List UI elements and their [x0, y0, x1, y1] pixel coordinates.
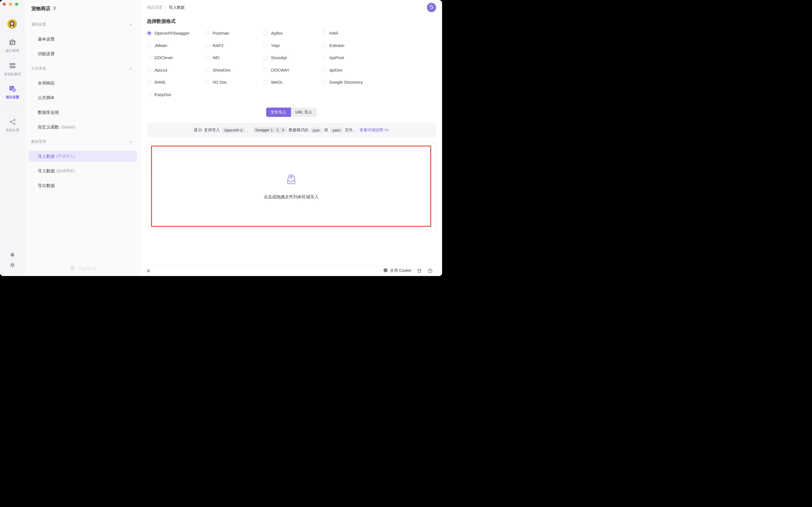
radio-icon [147, 55, 151, 60]
format-option-yapi[interactable]: YApi [263, 40, 322, 52]
format-label: NEI [213, 55, 220, 60]
format-option-easydoc[interactable]: EasyDoc [147, 89, 205, 101]
radio-icon [322, 68, 326, 72]
sync-refresh-button[interactable] [427, 3, 436, 12]
chevron-up-icon [129, 22, 132, 27]
format-option-eolinker[interactable]: Eolinker [322, 40, 436, 52]
sidebar-item-basic-settings[interactable]: 基本设置 [25, 32, 141, 47]
breadcrumb-separator: / [165, 5, 166, 10]
notifications-bell-button[interactable] [9, 252, 15, 260]
view-details-link[interactable]: 查看详细说明 >> [359, 128, 389, 133]
upload-inbox-icon [285, 173, 298, 187]
sidebar-item-feature-settings[interactable]: 功能设置 [25, 47, 141, 61]
tab-url-import[interactable]: URL 导入 [291, 108, 317, 117]
format-option-apipost[interactable]: ApiPost [322, 52, 436, 64]
tip-text: 数据格式的 [289, 128, 308, 133]
format-option-apizza[interactable]: Apizza [147, 64, 205, 76]
sidebar-item-database-connection[interactable]: 数据库连接 [25, 105, 141, 120]
format-label: Apifox [271, 31, 283, 36]
radio-icon [147, 43, 151, 48]
zoom-button[interactable] [15, 3, 18, 6]
rail-item-project-settings[interactable]: 项目设置 [0, 85, 25, 100]
rail-item-online-share[interactable]: 在线分享 [0, 118, 25, 133]
format-option-i-o-doc[interactable]: I/O Doc [205, 76, 263, 89]
format-option-docway[interactable]: DOCWAY [263, 64, 322, 76]
settings-gear-button[interactable] [9, 262, 15, 269]
sidebar-item-import-data-manual-active[interactable]: 导入数据 (手动导入) [29, 151, 137, 162]
format-option-raml[interactable]: RAML [147, 76, 205, 89]
format-label: DOCWAY [271, 68, 290, 72]
radio-icon [263, 55, 268, 60]
rail-item-automated-testing[interactable]: 自动化测试 [0, 62, 25, 76]
format-option-har[interactable]: HAR [322, 27, 436, 40]
format-option-wadl[interactable]: WADL [263, 76, 322, 89]
rail-item-label: 接口管理 [6, 48, 19, 53]
rail-item-api-management[interactable]: 接口管理 [0, 39, 25, 53]
rail-item-label: 在线分享 [6, 128, 19, 133]
dropzone-highlight-border: 点击或拖拽文件到本区域导入 [151, 146, 431, 227]
radio-icon [322, 80, 326, 84]
format-label: apiDoc [329, 68, 343, 72]
section-title: 通用设置 [31, 22, 46, 27]
project-switcher[interactable]: 宠物商店 [25, 0, 141, 17]
sidebar-item-import-data-auto[interactable]: 导入数据 (自动同步) [25, 164, 141, 178]
radio-icon [147, 92, 151, 97]
breadcrumb-parent[interactable]: 项目设置 [147, 5, 163, 10]
theme-tshirt-button[interactable] [417, 268, 422, 274]
radio-icon [263, 31, 268, 36]
format-grid: OpenAPI/Swagger Postman Apifox HAR [147, 27, 436, 101]
sidebar-item-global-response[interactable]: 全局响应 [25, 76, 141, 91]
tab-file-import[interactable]: 文件导入 [266, 108, 291, 117]
activity-rail: 接口管理 自动化测试 [0, 0, 25, 276]
radio-icon [205, 68, 209, 72]
breadcrumb-current: 导入数据 [169, 5, 185, 10]
sidebar-section-public-resources[interactable]: 公共资源 [25, 61, 141, 76]
global-cookie-label: 全局 Cookie [390, 268, 411, 273]
sidebar-item-custom-function[interactable]: 自定义函数 (Socket) [25, 120, 141, 134]
apifox-logo-text: Apifox [78, 265, 96, 272]
format-option-apidoc[interactable]: apiDoc [322, 64, 436, 76]
sidebar-section-data-management[interactable]: 数据管理 [25, 134, 141, 149]
item-label: 全局响应 [38, 80, 55, 86]
chevron-up-icon [129, 139, 132, 144]
format-option-doclever[interactable]: DOClever [147, 52, 205, 64]
import-tip: 提示: 支持导入 OpenAPI 3 、 Swagger 1、2、3 数据格式的… [147, 123, 436, 137]
radio-icon [147, 31, 151, 36]
format-option-postman[interactable]: Postman [205, 27, 263, 40]
share-icon [9, 118, 16, 126]
collapse-sidebar-button[interactable] [146, 269, 151, 273]
format-option-openapi-swagger[interactable]: OpenAPI/Swagger [147, 27, 205, 40]
format-label: Eolinker [329, 43, 345, 48]
radio-icon [263, 43, 268, 48]
format-label: ShowDoc [213, 68, 231, 72]
file-dropzone[interactable]: 点击或拖拽文件到本区域导入 [147, 142, 436, 230]
sync-icon [429, 4, 434, 11]
tip-text: 文件。 [345, 128, 357, 133]
main-panel: 项目设置 / 导入数据 选择数据格式 OpenAP [141, 0, 442, 276]
chevron-up-icon [129, 66, 132, 71]
format-option-nei[interactable]: NEI [205, 52, 263, 64]
item-label: 导入数据 [38, 154, 55, 159]
close-button[interactable] [3, 3, 6, 6]
avatar[interactable] [7, 19, 17, 29]
item-label: 公共脚本 [38, 95, 55, 101]
item-suffix: (Socket) [61, 125, 75, 129]
global-cookie-button[interactable]: 全局 Cookie [383, 268, 411, 274]
traffic-lights [3, 3, 18, 6]
minimize-button[interactable] [9, 3, 12, 6]
format-option-sosoapi[interactable]: SosoApi [263, 52, 322, 64]
format-label: Postman [213, 31, 229, 36]
sidebar-item-public-script[interactable]: 公共脚本 [25, 91, 141, 105]
format-option-google-discovery[interactable]: Google Discovery [322, 76, 436, 89]
format-option-jmeter[interactable]: JMeter [147, 40, 205, 52]
item-label: 自定义函数 [38, 124, 59, 130]
format-option-apifox[interactable]: Apifox [263, 27, 322, 40]
page-title: 选择数据格式 [147, 18, 175, 24]
format-label: HAR [329, 31, 338, 36]
format-option-rap2[interactable]: RAP2 [205, 40, 263, 52]
radio-icon [263, 80, 268, 84]
help-button[interactable] [427, 268, 433, 274]
sidebar-section-general-settings[interactable]: 通用设置 [25, 17, 141, 32]
sidebar-item-export-data[interactable]: 导出数据 [25, 178, 141, 193]
format-option-showdoc[interactable]: ShowDoc [205, 64, 263, 76]
